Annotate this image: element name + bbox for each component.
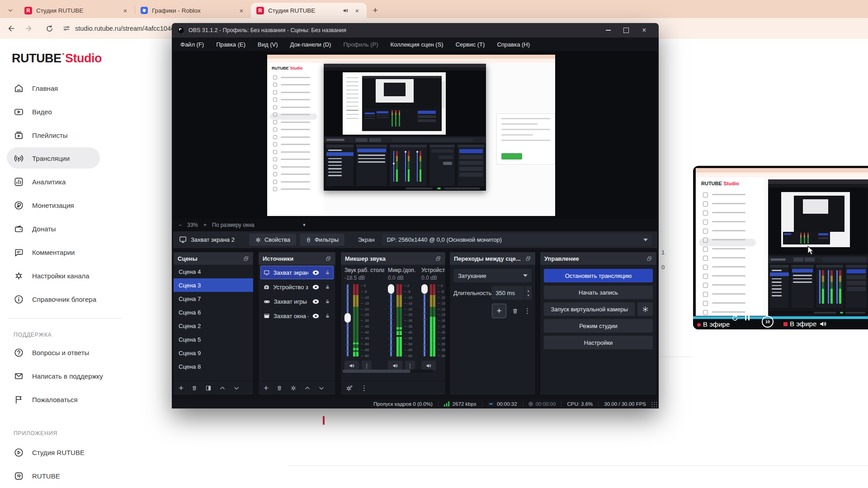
menu-tools[interactable]: Сервис (T) xyxy=(456,41,485,48)
close-button[interactable]: × xyxy=(635,23,653,38)
pause-icon[interactable] xyxy=(745,314,750,321)
obs-title-bar[interactable]: OBS 31.1.2 - Профиль: Без названия - Сце… xyxy=(172,23,659,38)
source-item-selected[interactable]: Захват экрана xyxy=(260,266,334,279)
menu-view[interactable]: Вид (V) xyxy=(258,41,278,48)
sidebar-item-donations[interactable]: Донаты xyxy=(14,223,56,234)
popout-icon[interactable] xyxy=(435,256,441,262)
browser-tab-1[interactable]: R Студия RUTUBE × xyxy=(19,3,135,18)
remove-transition-button[interactable] xyxy=(512,308,519,314)
add-transition-button[interactable]: + xyxy=(492,304,506,318)
resize-grip[interactable] xyxy=(651,402,658,408)
back-button[interactable] xyxy=(5,23,17,34)
scene-item-selected[interactable]: Сцена 3 xyxy=(174,278,253,292)
tab-close-icon[interactable]: × xyxy=(121,6,129,14)
visibility-eye-icon[interactable] xyxy=(312,299,320,305)
settings-button[interactable]: Настройки xyxy=(544,336,653,349)
source-item[interactable]: Захват окна 4 xyxy=(260,309,334,323)
browser-tab-3-active[interactable]: R Студия RUTUBE × xyxy=(251,3,367,18)
minimize-button[interactable] xyxy=(599,23,617,38)
sidebar-item-blogger-guide[interactable]: Справочник блогера xyxy=(14,294,96,305)
sidebar-item-video[interactable]: Видео xyxy=(14,106,52,117)
skip-10-button[interactable]: 10 xyxy=(762,316,774,328)
popout-icon[interactable] xyxy=(243,256,249,262)
reload-button[interactable] xyxy=(43,23,55,34)
volume-slider[interactable] xyxy=(421,284,428,357)
lock-icon[interactable] xyxy=(325,284,330,290)
forward-button[interactable] xyxy=(23,23,34,34)
remove-source-button[interactable] xyxy=(276,385,283,391)
menu-scene-collection[interactable]: Коллекция сцен (S) xyxy=(391,41,443,48)
source-item[interactable]: Устройство за: xyxy=(260,280,334,294)
mixer-options-button[interactable]: ⋮ xyxy=(361,384,368,392)
move-scene-down-button[interactable] xyxy=(233,385,240,391)
source-item[interactable]: Захват игры 7 xyxy=(260,295,334,308)
scene-item[interactable]: Сцена 6 xyxy=(174,305,253,319)
channel-options-button[interactable]: ⋮ xyxy=(362,361,372,371)
channel-options-button[interactable]: ⋮ xyxy=(405,361,415,371)
menu-help[interactable]: Справка (H) xyxy=(497,41,530,48)
maximize-button[interactable] xyxy=(617,23,635,38)
volume-icon[interactable] xyxy=(819,319,828,328)
sidebar-item-analytics[interactable]: Аналитика xyxy=(14,176,66,187)
address-bar[interactable]: studio.rutube.ru/stream/4afcc104d1 xyxy=(62,24,178,33)
scene-item[interactable]: Сцена 7 xyxy=(174,292,253,305)
scene-item[interactable]: Сцена 4 xyxy=(174,265,253,278)
mute-button[interactable] xyxy=(344,361,359,371)
scene-item[interactable]: Сцена 2 xyxy=(174,319,253,333)
start-virtual-camera-button[interactable]: Запуск виртуальной камеры xyxy=(544,302,635,316)
popout-icon[interactable] xyxy=(646,256,652,262)
remove-scene-button[interactable] xyxy=(191,385,198,391)
move-source-up-button[interactable] xyxy=(304,385,311,391)
popout-icon[interactable] xyxy=(525,256,531,262)
scene-item[interactable]: Сцена 9 xyxy=(174,346,253,360)
browser-tab-2[interactable]: Графики - Roblox × xyxy=(135,3,251,18)
zoom-in-button[interactable]: + xyxy=(203,222,207,228)
sidebar-item-streams[interactable]: Трансляции xyxy=(14,153,70,164)
mixer-scrollbar[interactable] xyxy=(343,370,433,373)
zoom-fit-caret-icon[interactable]: ▼ xyxy=(302,223,306,227)
lock-icon[interactable] xyxy=(325,298,330,305)
tab-close-icon[interactable]: × xyxy=(237,6,245,14)
menu-docks[interactable]: Док-панели (D) xyxy=(290,41,331,48)
menu-profile[interactable]: Профиль (P) xyxy=(343,41,378,48)
scene-item[interactable]: Сцена 5 xyxy=(174,333,253,346)
transition-options-button[interactable]: ⋮ xyxy=(524,307,531,315)
obs-preview-canvas[interactable]: RUTUBE˙Studio xyxy=(173,51,657,219)
mute-button[interactable] xyxy=(421,361,436,371)
visibility-eye-icon[interactable] xyxy=(312,284,320,290)
add-source-button[interactable]: + xyxy=(264,384,269,392)
sidebar-item-channel-settings[interactable]: Настройки канала xyxy=(14,270,90,281)
advanced-audio-button[interactable] xyxy=(346,385,353,392)
studio-mode-button[interactable]: Режим студии xyxy=(544,319,653,333)
filters-button[interactable]: Фильтры xyxy=(300,234,344,246)
lock-icon[interactable] xyxy=(325,269,330,276)
duration-input[interactable]: 350 ms xyxy=(491,286,524,300)
scene-item[interactable]: Сцена 8 xyxy=(174,360,253,373)
stop-streaming-button[interactable]: Остановить трансляцию xyxy=(544,269,653,282)
properties-button[interactable]: Свойства xyxy=(249,234,296,246)
sidebar-item-playlists[interactable]: Плейлисты xyxy=(14,130,68,141)
sidebar-item-studio-app[interactable]: Студия RUTUBE xyxy=(14,447,85,458)
start-recording-button[interactable]: Начать запись xyxy=(544,286,653,299)
move-scene-up-button[interactable] xyxy=(219,385,226,391)
popout-icon[interactable] xyxy=(326,256,331,262)
tab-close-icon[interactable]: × xyxy=(353,6,361,14)
move-source-down-button[interactable] xyxy=(318,385,325,391)
duration-spinner[interactable]: ▲▼ xyxy=(524,286,532,300)
menu-file[interactable]: Файл (F) xyxy=(180,41,204,48)
scene-filters-button[interactable] xyxy=(205,385,212,391)
sidebar-item-rutube-app[interactable]: RUTUBE xyxy=(14,470,60,481)
new-tab-button[interactable]: + xyxy=(369,5,381,16)
zoom-out-button[interactable]: − xyxy=(179,222,182,228)
sidebar-item-faq[interactable]: Вопросы и ответы xyxy=(14,347,89,358)
sidebar-item-contact-support[interactable]: Написать в поддержку xyxy=(14,371,103,381)
virtual-camera-settings-button[interactable] xyxy=(637,302,653,316)
tab-search-button[interactable] xyxy=(4,4,17,17)
add-scene-button[interactable]: + xyxy=(179,384,184,392)
mute-button[interactable] xyxy=(388,361,402,371)
source-properties-button[interactable] xyxy=(290,385,297,391)
visibility-eye-icon[interactable] xyxy=(312,270,320,276)
sidebar-item-report[interactable]: Пожаловаться xyxy=(14,394,78,405)
volume-slider[interactable] xyxy=(344,284,351,357)
transition-type-dropdown[interactable]: Затухание xyxy=(453,269,532,282)
